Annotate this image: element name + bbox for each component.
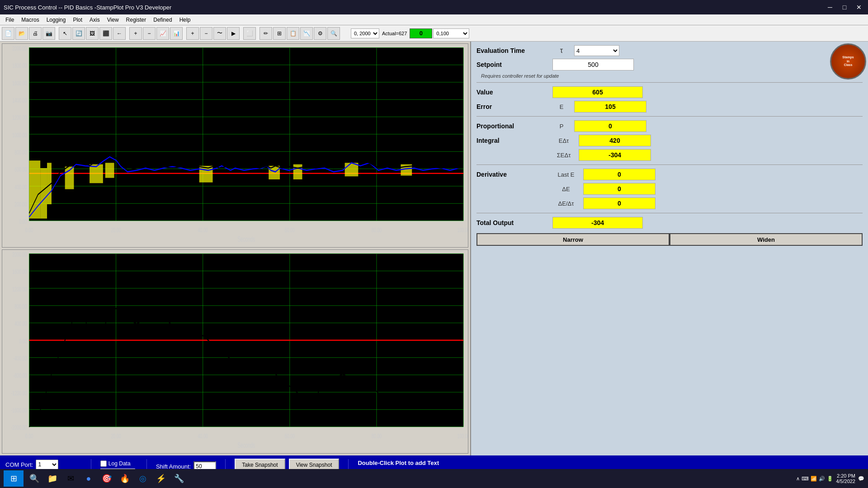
svg-text:1600.00: 1600.00 <box>12 268 27 276</box>
top-chart[interactable]: 2000.00 1800.00 1600.00 1400.00 1200.00 … <box>2 43 468 248</box>
svg-text:100.00: 100.00 <box>457 226 468 234</box>
value-display: 605 <box>552 86 643 98</box>
tray-chevron-icon[interactable]: ∧ <box>796 476 800 482</box>
tb-step-button[interactable]: 📊 <box>170 27 183 40</box>
svg-text:-2000.00: -2000.00 <box>11 424 27 432</box>
taskbar-firefox-icon[interactable]: 🔥 <box>118 471 132 486</box>
tb-arrow-button[interactable]: ▶ <box>227 27 240 40</box>
taskbar-chrome-icon[interactable]: ● <box>81 471 96 486</box>
menu-logging[interactable]: Logging <box>43 16 70 24</box>
svg-text:-1600.00: -1600.00 <box>11 407 27 414</box>
proportional-display: 0 <box>574 120 646 132</box>
tb-square-button[interactable]: ⬜ <box>243 27 256 40</box>
svg-text:2000.00: 2000.00 <box>12 251 27 258</box>
tb-zoom-button[interactable]: 🔍 <box>327 27 340 40</box>
total-output-display: -304 <box>552 217 643 229</box>
tb-grid-button[interactable]: ⊞ <box>273 27 286 40</box>
taskbar-app3-icon[interactable]: 🔧 <box>172 471 186 486</box>
svg-text:200.00: 200.00 <box>14 201 27 208</box>
svg-text:20.00: 20.00 <box>111 432 121 440</box>
setpoint-label: Setpoint <box>476 61 549 68</box>
error-label: Error <box>476 103 549 110</box>
widen-button[interactable]: Widen <box>670 233 863 246</box>
setpoint-value: 500 <box>552 59 634 70</box>
svg-text:40.00: 40.00 <box>198 432 208 440</box>
taskbar-edge-icon[interactable]: ◎ <box>136 471 150 486</box>
tb-log-button[interactable]: 📋 <box>287 27 299 40</box>
narrow-button[interactable]: Narrow <box>476 233 670 246</box>
tb-cursor-button[interactable]: ↖ <box>59 27 71 40</box>
taskbar: ⊞ 🔍 📁 ✉ ● 🎯 🔥 ◎ ⚡ 🔧 ∧ ⌨ 📶 🔊 🔋 2:20 PM 4/… <box>0 469 868 488</box>
tb-print-button[interactable]: 🖨 <box>29 27 42 40</box>
menu-view[interactable]: View <box>104 16 123 24</box>
clock-date: 4/5/2022 <box>836 479 855 484</box>
tray-battery-icon[interactable]: 🔋 <box>827 476 833 482</box>
tb-minus2-button[interactable]: − <box>200 27 212 40</box>
taskbar-explorer-icon[interactable]: 📁 <box>45 471 60 486</box>
notification-icon[interactable]: 💬 <box>858 476 864 482</box>
range-select[interactable]: 0,100 <box>433 28 469 38</box>
svg-text:-1200.00: -1200.00 <box>11 389 27 397</box>
proportional-symbol: P <box>552 123 571 130</box>
tb-plus2-button[interactable]: + <box>186 27 199 40</box>
taskbar-search-icon[interactable]: 🔍 <box>27 471 42 486</box>
menu-plot[interactable]: Plot <box>69 16 86 24</box>
svg-text:1200.00: 1200.00 <box>12 114 27 122</box>
taskbar-app2-icon[interactable]: ⚡ <box>154 471 168 486</box>
tb-stop-button[interactable]: ⬛ <box>99 27 112 40</box>
menu-defined[interactable]: Defined <box>150 16 175 24</box>
tb-pencil-button[interactable]: ✏ <box>259 27 272 40</box>
svg-text:0.00: 0.00 <box>25 432 33 440</box>
evaluation-time-select[interactable]: 4 2 8 <box>574 45 619 56</box>
com-port-select[interactable]: 1 2 3 <box>36 460 58 469</box>
menu-bar: File Macros Logging Plot Axis View Regis… <box>0 14 868 25</box>
tray-icons: ∧ ⌨ 📶 🔊 🔋 <box>796 476 833 482</box>
total-output-label: Total Output <box>476 219 549 226</box>
evaluation-time-label: Evaluation Time <box>476 47 549 54</box>
start-button[interactable]: ⊞ <box>4 470 24 487</box>
proportional-label: Proportional <box>476 122 549 130</box>
tb-camera-button[interactable]: 📷 <box>42 27 55 40</box>
svg-text:400.00: 400.00 <box>14 320 27 328</box>
tb-back-button[interactable]: ← <box>113 27 126 40</box>
taskbar-app1-icon[interactable]: 🎯 <box>99 471 114 486</box>
tb-settings-button[interactable]: ⚙ <box>314 27 326 40</box>
bottom-chart[interactable]: 2000.00 1600.00 1200.00 800.00 400.00 0.… <box>2 249 468 454</box>
svg-text:Seconds: Seconds <box>238 235 255 244</box>
menu-axis[interactable]: Axis <box>86 16 104 24</box>
tb-image-button[interactable]: 🖼 <box>86 27 99 40</box>
tb-wave-button[interactable]: 〜 <box>213 27 226 40</box>
setpoint-row: Setpoint 500 <box>476 59 863 70</box>
tb-new-button[interactable]: 📄 <box>2 27 14 40</box>
close-button[interactable]: ✕ <box>854 2 864 13</box>
log-data-label[interactable]: Log Data <box>100 460 131 467</box>
integral-label: Integral <box>476 137 549 144</box>
svg-text:1600.00: 1600.00 <box>12 79 27 87</box>
svg-text:400.00: 400.00 <box>14 183 27 191</box>
tray-wifi-icon[interactable]: 📶 <box>811 476 817 482</box>
tb-refresh-button[interactable]: 🔄 <box>72 27 85 40</box>
delta-e-tau-label: ΔE/Δτ <box>552 200 580 207</box>
position-select[interactable]: 0, 2000 <box>351 28 379 38</box>
green-value: 0 <box>410 28 432 38</box>
minimize-button[interactable]: ─ <box>825 2 835 13</box>
tb-ramp-button[interactable]: 📈 <box>156 27 169 40</box>
tb-chart-button[interactable]: 📉 <box>300 27 313 40</box>
log-data-checkbox[interactable] <box>100 460 107 467</box>
menu-register[interactable]: Register <box>123 16 150 24</box>
tray-volume-icon[interactable]: 🔊 <box>819 476 825 482</box>
maximize-button[interactable]: □ <box>839 2 850 13</box>
svg-text:-400.00: -400.00 <box>13 355 27 362</box>
clock[interactable]: 2:20 PM 4/5/2022 <box>836 473 855 484</box>
tb-plus-button[interactable]: + <box>129 27 142 40</box>
taskbar-mail-icon[interactable]: ✉ <box>63 471 78 486</box>
tb-open-button[interactable]: 📂 <box>15 27 28 40</box>
svg-text:Seconds: Seconds <box>238 441 255 450</box>
menu-macros[interactable]: Macros <box>18 16 42 24</box>
menu-file[interactable]: File <box>2 16 18 24</box>
evaluation-time-row: Evaluation Time τ 4 2 8 <box>476 45 863 56</box>
controller-note: Requires controller reset for update <box>476 73 863 79</box>
svg-text:80.00: 80.00 <box>372 432 382 440</box>
menu-help[interactable]: Help <box>176 16 194 24</box>
tb-minus-button[interactable]: − <box>143 27 156 40</box>
